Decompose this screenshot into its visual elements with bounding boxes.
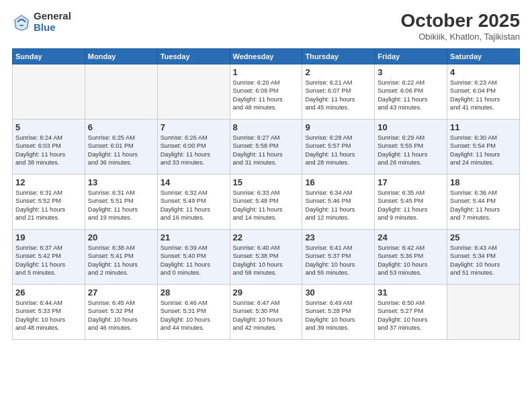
calendar-week-row: 1Sunrise: 6:20 AM Sunset: 6:09 PM Daylig… [13,64,520,119]
table-row: 17Sunrise: 6:35 AM Sunset: 5:45 PM Dayli… [375,174,447,229]
logo: General Blue [12,11,71,33]
header-thursday: Thursday [302,48,375,64]
day-number: 3 [378,67,444,77]
title-block: October 2025 Obikiik, Khatlon, Tajikista… [401,11,520,42]
day-number: 25 [450,232,517,242]
calendar-table: Sunday Monday Tuesday Wednesday Thursday… [12,48,520,340]
table-row: 2Sunrise: 6:21 AM Sunset: 6:07 PM Daylig… [302,64,375,119]
calendar-week-row: 12Sunrise: 6:31 AM Sunset: 5:52 PM Dayli… [13,174,520,229]
svg-marker-0 [13,14,30,32]
day-number: 10 [378,122,444,132]
calendar-week-row: 26Sunrise: 6:44 AM Sunset: 5:33 PM Dayli… [13,284,520,339]
table-row: 28Sunrise: 6:46 AM Sunset: 5:31 PM Dayli… [157,284,230,339]
day-number: 21 [161,232,227,242]
table-row: 18Sunrise: 6:36 AM Sunset: 5:44 PM Dayli… [447,174,520,229]
day-info: Sunrise: 6:49 AM Sunset: 5:28 PM Dayligh… [305,299,371,332]
day-number: 1 [233,67,300,77]
day-number: 29 [233,287,300,298]
day-info: Sunrise: 6:46 AM Sunset: 5:31 PM Dayligh… [161,299,227,332]
day-info: Sunrise: 6:31 AM Sunset: 5:52 PM Dayligh… [15,189,82,222]
day-number: 28 [161,287,227,298]
table-row: 5Sunrise: 6:24 AM Sunset: 6:03 PM Daylig… [13,119,85,174]
day-info: Sunrise: 6:38 AM Sunset: 5:41 PM Dayligh… [88,244,154,277]
day-number: 11 [450,122,517,132]
day-number: 31 [378,287,444,298]
day-info: Sunrise: 6:45 AM Sunset: 5:32 PM Dayligh… [88,299,154,332]
day-info: Sunrise: 6:22 AM Sunset: 6:06 PM Dayligh… [378,79,444,112]
day-number: 30 [305,287,371,298]
table-row [157,64,230,119]
table-row: 11Sunrise: 6:30 AM Sunset: 5:54 PM Dayli… [447,119,520,174]
table-row: 27Sunrise: 6:45 AM Sunset: 5:32 PM Dayli… [85,284,157,339]
day-info: Sunrise: 6:27 AM Sunset: 5:58 PM Dayligh… [233,134,300,167]
calendar-week-row: 5Sunrise: 6:24 AM Sunset: 6:03 PM Daylig… [13,119,520,174]
day-info: Sunrise: 6:23 AM Sunset: 6:04 PM Dayligh… [450,79,517,112]
day-number: 9 [305,122,371,132]
table-row: 29Sunrise: 6:47 AM Sunset: 5:30 PM Dayli… [230,284,302,339]
day-info: Sunrise: 6:44 AM Sunset: 5:33 PM Dayligh… [15,299,82,332]
day-info: Sunrise: 6:50 AM Sunset: 5:27 PM Dayligh… [378,299,444,332]
table-row: 26Sunrise: 6:44 AM Sunset: 5:33 PM Dayli… [13,284,85,339]
day-info: Sunrise: 6:24 AM Sunset: 6:03 PM Dayligh… [15,134,82,167]
day-info: Sunrise: 6:40 AM Sunset: 5:38 PM Dayligh… [233,244,300,277]
day-number: 6 [88,122,154,132]
day-info: Sunrise: 6:39 AM Sunset: 5:40 PM Dayligh… [161,244,227,277]
header-wednesday: Wednesday [230,48,302,64]
day-number: 12 [15,177,82,187]
day-info: Sunrise: 6:31 AM Sunset: 5:51 PM Dayligh… [88,189,154,222]
day-info: Sunrise: 6:29 AM Sunset: 5:55 PM Dayligh… [378,134,444,167]
table-row: 19Sunrise: 6:37 AM Sunset: 5:42 PM Dayli… [13,229,85,284]
header-sunday: Sunday [13,48,85,64]
table-row: 21Sunrise: 6:39 AM Sunset: 5:40 PM Dayli… [157,229,230,284]
table-row: 12Sunrise: 6:31 AM Sunset: 5:52 PM Dayli… [13,174,85,229]
logo-text: General Blue [34,11,71,33]
day-info: Sunrise: 6:35 AM Sunset: 5:45 PM Dayligh… [378,189,444,222]
day-info: Sunrise: 6:34 AM Sunset: 5:46 PM Dayligh… [305,189,371,222]
page: General Blue October 2025 Obikiik, Khatl… [0,0,532,411]
table-row: 10Sunrise: 6:29 AM Sunset: 5:55 PM Dayli… [375,119,447,174]
table-row: 9Sunrise: 6:28 AM Sunset: 5:57 PM Daylig… [302,119,375,174]
day-info: Sunrise: 6:47 AM Sunset: 5:30 PM Dayligh… [233,299,300,332]
table-row: 15Sunrise: 6:33 AM Sunset: 5:48 PM Dayli… [230,174,302,229]
day-number: 16 [305,177,371,187]
header: General Blue October 2025 Obikiik, Khatl… [12,11,520,42]
table-row: 24Sunrise: 6:42 AM Sunset: 5:36 PM Dayli… [375,229,447,284]
day-number: 26 [15,287,82,298]
day-number: 15 [233,177,300,187]
day-number: 2 [305,67,371,77]
day-info: Sunrise: 6:42 AM Sunset: 5:36 PM Dayligh… [378,244,444,277]
table-row: 20Sunrise: 6:38 AM Sunset: 5:41 PM Dayli… [85,229,157,284]
header-friday: Friday [375,48,447,64]
logo-blue: Blue [34,22,71,34]
table-row [13,64,85,119]
day-info: Sunrise: 6:30 AM Sunset: 5:54 PM Dayligh… [450,134,517,167]
day-info: Sunrise: 6:28 AM Sunset: 5:57 PM Dayligh… [305,134,371,167]
calendar-header-row: Sunday Monday Tuesday Wednesday Thursday… [13,48,520,64]
day-number: 7 [161,122,227,132]
day-number: 27 [88,287,154,298]
day-info: Sunrise: 6:37 AM Sunset: 5:42 PM Dayligh… [15,244,82,277]
table-row: 16Sunrise: 6:34 AM Sunset: 5:46 PM Dayli… [302,174,375,229]
day-info: Sunrise: 6:43 AM Sunset: 5:34 PM Dayligh… [450,244,517,277]
day-number: 19 [15,232,82,242]
table-row: 6Sunrise: 6:25 AM Sunset: 6:01 PM Daylig… [85,119,157,174]
header-tuesday: Tuesday [157,48,230,64]
table-row: 8Sunrise: 6:27 AM Sunset: 5:58 PM Daylig… [230,119,302,174]
table-row: 13Sunrise: 6:31 AM Sunset: 5:51 PM Dayli… [85,174,157,229]
location-subtitle: Obikiik, Khatlon, Tajikistan [401,32,520,42]
month-title: October 2025 [401,11,520,32]
table-row [85,64,157,119]
table-row: 23Sunrise: 6:41 AM Sunset: 5:37 PM Dayli… [302,229,375,284]
day-number: 5 [15,122,82,132]
day-info: Sunrise: 6:32 AM Sunset: 5:49 PM Dayligh… [161,189,227,222]
day-number: 17 [378,177,444,187]
day-number: 14 [161,177,227,187]
header-saturday: Saturday [447,48,520,64]
header-monday: Monday [85,48,157,64]
day-number: 22 [233,232,300,242]
logo-icon [12,13,31,32]
table-row: 1Sunrise: 6:20 AM Sunset: 6:09 PM Daylig… [230,64,302,119]
day-info: Sunrise: 6:36 AM Sunset: 5:44 PM Dayligh… [450,189,517,222]
table-row: 25Sunrise: 6:43 AM Sunset: 5:34 PM Dayli… [447,229,520,284]
day-info: Sunrise: 6:20 AM Sunset: 6:09 PM Dayligh… [233,79,300,112]
